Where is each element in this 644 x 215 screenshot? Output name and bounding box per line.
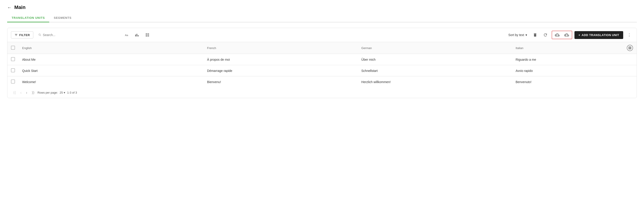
more-options-button[interactable]: ⋮ (626, 32, 633, 38)
page-title: Main (14, 5, 26, 10)
row-french-0: À propos de moi (204, 54, 358, 65)
row-german-0: Über mich (358, 54, 512, 65)
cloud-upload-icon (555, 33, 560, 37)
row-checkbox-cell (8, 54, 18, 65)
select-all-checkbox[interactable] (11, 46, 15, 50)
header-german: German (358, 42, 512, 54)
filter-icon (14, 33, 18, 37)
table-row: Welcome! Bienvenu! Herzlich willkommen! … (8, 76, 636, 88)
main-card: FILTER Aa (7, 28, 637, 98)
sort-dropdown[interactable]: Sort by text ▾ (506, 32, 529, 38)
upload-group (552, 31, 572, 39)
toolbar: FILTER Aa (8, 28, 636, 42)
row-italian-2: Benvenuto! (512, 76, 623, 88)
next-page-button[interactable]: › (24, 90, 28, 95)
font-size-button[interactable]: Aa (123, 31, 131, 39)
tab-segments[interactable]: SEGMENTS (49, 14, 76, 22)
table-row: Quick Start Démarrage rapide Schnellstar… (8, 65, 636, 76)
grid-icon (145, 33, 150, 37)
row-english-2: Welcome! (18, 76, 204, 88)
search-input[interactable] (43, 33, 118, 37)
bar-chart-icon (135, 33, 139, 37)
pagination: ⟨⟨ ‹ › ⟩⟩ Rows per page: 25 ▾ 1-3 of 3 (8, 87, 636, 98)
prev-page-button[interactable]: ‹ (19, 90, 23, 95)
row-add-col-1 (623, 65, 636, 76)
sort-chevron-icon: ▾ (526, 33, 527, 37)
sort-label: Sort by text (508, 33, 524, 37)
last-page-button[interactable]: ⟩⟩ (30, 90, 36, 95)
bar-chart-button[interactable] (133, 31, 141, 39)
add-translation-unit-button[interactable]: + ADD TRANSLATION UNIT (574, 31, 623, 39)
download-button[interactable] (562, 32, 571, 38)
search-icon (38, 33, 42, 37)
row-checkbox-cell (8, 76, 18, 88)
back-button[interactable]: ← (7, 5, 12, 10)
row-checkbox-2[interactable] (11, 80, 15, 84)
row-add-col-2 (623, 76, 636, 88)
row-english-1: Quick Start (18, 65, 204, 76)
rows-per-page-label: Rows per page: (38, 91, 58, 94)
rows-per-page-value[interactable]: 25 ▾ (60, 91, 65, 94)
search-box (36, 32, 120, 38)
tabs: TRANSLATION UNITS SEGMENTS (7, 14, 637, 22)
filter-button[interactable]: FILTER (11, 31, 33, 39)
svg-text:Aa: Aa (125, 34, 128, 37)
grid-button[interactable] (143, 31, 152, 39)
row-german-2: Herzlich willkommen! (358, 76, 512, 88)
add-plus-icon: + (578, 33, 580, 37)
more-icon: ⋮ (627, 33, 631, 37)
delete-button[interactable] (531, 31, 539, 39)
row-checkbox-cell (8, 65, 18, 76)
table-row: About Me À propos de moi Über mich Rigua… (8, 54, 636, 65)
add-column-icon (628, 46, 632, 50)
row-checkbox-0[interactable] (11, 57, 15, 61)
pagination-range: 1-3 of 3 (67, 91, 77, 94)
row-english-0: About Me (18, 54, 204, 65)
refresh-button[interactable] (541, 31, 550, 39)
header-italian: Italian (512, 42, 623, 54)
add-label: ADD TRANSLATION UNIT (582, 33, 619, 37)
svg-rect-2 (136, 34, 137, 37)
first-page-button[interactable]: ⟨⟨ (12, 90, 17, 95)
row-add-col-0 (623, 54, 636, 65)
row-french-1: Démarrage rapide (204, 65, 358, 76)
row-german-1: Schnellstart (358, 65, 512, 76)
add-column-button[interactable] (627, 45, 633, 51)
header-checkbox-col (8, 42, 18, 54)
row-french-2: Bienvenu! (204, 76, 358, 88)
translation-table: English French German Italian (8, 42, 636, 87)
row-checkbox-1[interactable] (11, 68, 15, 72)
refresh-icon (543, 33, 548, 37)
table-header-row: English French German Italian (8, 42, 636, 54)
svg-rect-1 (135, 35, 136, 36)
back-nav: ← Main (7, 5, 637, 10)
row-italian-0: Riguardo a me (512, 54, 623, 65)
filter-label: FILTER (19, 33, 30, 37)
row-italian-1: Avvio rapido (512, 65, 623, 76)
header-english: English (18, 42, 204, 54)
delete-icon (533, 33, 537, 37)
cloud-download-icon (564, 33, 569, 37)
tab-translation-units[interactable]: TRANSLATION UNITS (7, 14, 49, 22)
rows-chevron-icon: ▾ (64, 91, 65, 94)
svg-rect-3 (138, 35, 138, 37)
header-add-col (623, 42, 636, 54)
header-french: French (204, 42, 358, 54)
upload-button[interactable] (553, 32, 562, 38)
font-size-icon: Aa (124, 33, 129, 37)
